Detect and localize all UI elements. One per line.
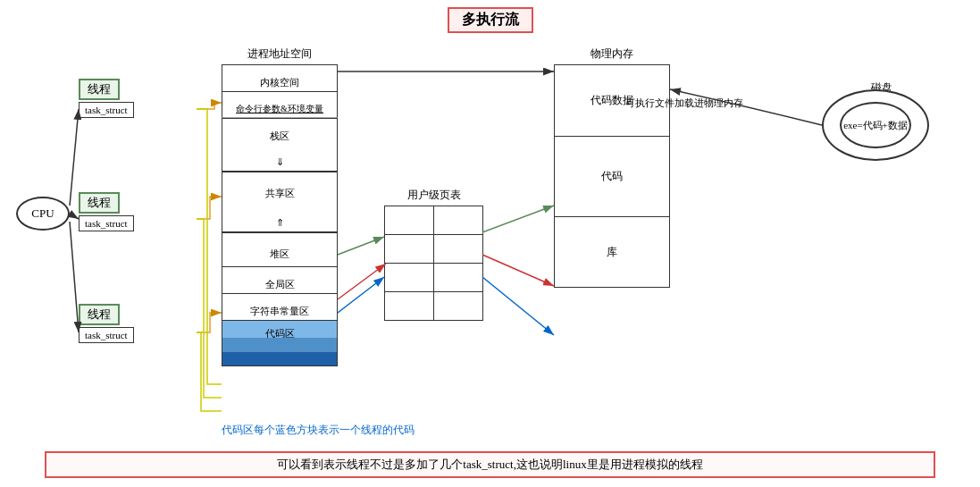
- seg-strconst: 字符串常量区: [222, 293, 338, 320]
- pt-cell-1: [385, 206, 434, 235]
- pt-cell-8: [434, 292, 483, 321]
- phys-memory-title: 物理内存: [554, 46, 670, 62]
- svg-line-12: [482, 277, 554, 335]
- thread-label-2: 线程: [79, 192, 120, 214]
- seg-code: 代码区: [222, 320, 338, 338]
- svg-line-6: [70, 214, 79, 219]
- thread-label-1: 线程: [79, 79, 120, 100]
- phys-seg-code: 代码: [554, 136, 670, 216]
- thread-label-3: 线程: [79, 304, 120, 325]
- pt-cell-4: [434, 235, 483, 264]
- svg-line-13: [338, 264, 386, 299]
- diagram-container: 多执行流 CPU 线程 task_struct 线程 task_struct 线…: [0, 0, 980, 487]
- pt-cell-7: [385, 292, 434, 321]
- svg-line-10: [482, 206, 554, 232]
- page-table: 用户级页表: [384, 188, 483, 321]
- seg-code-3: [222, 352, 338, 366]
- disk-outer: exe=代码+数据: [822, 89, 929, 161]
- pt-cell-3: [385, 235, 434, 264]
- seg-stack: 栈区: [222, 118, 338, 145]
- seg-global: 全局区: [222, 266, 338, 293]
- phys-memory: 物理内存 代码数据 代码 库: [554, 46, 670, 288]
- pt-cell-2: [434, 206, 483, 235]
- annotation-load: 可执行文件加载进物理内存: [625, 97, 743, 110]
- seg-shared: 共享区: [222, 172, 338, 206]
- process-space: 进程地址空间 内核空间 命令行参数&环境变量 栈区 ⇓ 共享区 ⇑ 堆区 全局区…: [222, 46, 338, 366]
- disk-inner: exe=代码+数据: [840, 102, 911, 148]
- svg-line-14: [482, 255, 554, 286]
- thread-group-1: 线程 task_struct: [79, 79, 134, 118]
- bottom-note: 可以看到表示线程不过是多加了几个task_struct,这也说明linux里是用…: [45, 451, 935, 478]
- svg-line-5: [70, 109, 79, 206]
- task-struct-1: task_struct: [79, 102, 134, 118]
- pt-cell-5: [385, 264, 434, 292]
- task-struct-3: task_struct: [79, 327, 134, 343]
- cpu-label: CPU: [16, 197, 70, 231]
- svg-line-9: [338, 237, 384, 255]
- svg-line-7: [70, 222, 79, 332]
- seg-heap: 堆区: [222, 232, 338, 266]
- seg-kernel: 内核空间: [222, 64, 338, 91]
- phys-seg-lib: 库: [554, 216, 670, 288]
- thread-group-3: 线程 task_struct: [79, 304, 134, 343]
- arrows-svg: [0, 0, 980, 487]
- page-table-grid: [384, 206, 483, 321]
- code-area-note: 代码区每个蓝色方块表示一个线程的代码: [222, 423, 415, 438]
- seg-arrow-down: ⇓: [222, 145, 338, 172]
- thread-group-2: 线程 task_struct: [79, 192, 134, 231]
- seg-code-2: [222, 338, 338, 352]
- title: 多执行流: [448, 7, 533, 33]
- seg-cmdenv: 命令行参数&环境变量: [222, 91, 338, 118]
- seg-arrow-up: ⇑: [222, 206, 338, 232]
- pt-cell-6: [434, 264, 483, 292]
- process-space-title: 进程地址空间: [222, 46, 338, 62]
- page-table-title: 用户级页表: [384, 188, 483, 203]
- task-struct-2: task_struct: [79, 215, 134, 231]
- svg-line-11: [338, 277, 384, 313]
